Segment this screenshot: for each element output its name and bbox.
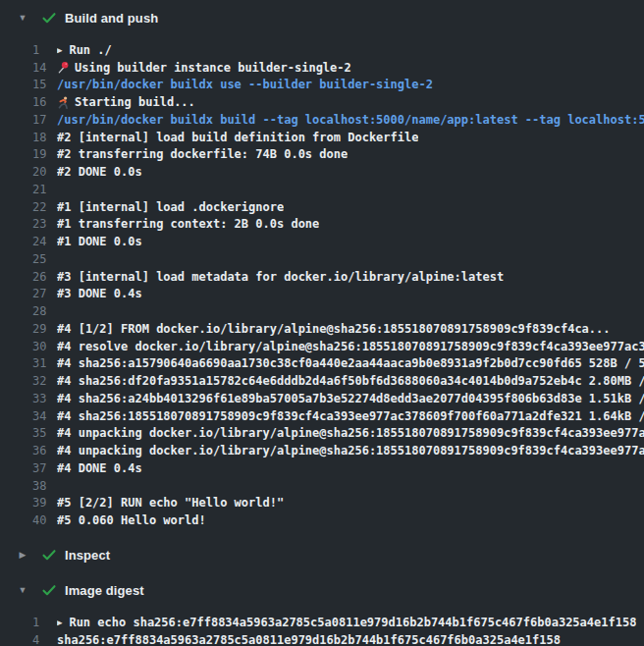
line-number[interactable]: 1 — [0, 616, 57, 629]
line-number[interactable]: 26 — [0, 270, 57, 284]
line-text: #4 sha256:185518070891758909c9f839cf4ca3… — [57, 409, 644, 423]
log-line: 22 #1 [internal] load .dockerignore — [0, 198, 644, 216]
chevron-right-icon[interactable]: ▶ — [17, 537, 28, 572]
line-text: #2 transferring dockerfile: 74B 0.0s don… — [57, 147, 348, 161]
section-lines: 1 ▶ Run ./ 14 Using builder instance bui… — [0, 35, 644, 537]
log-line: 15 /usr/bin/docker buildx use --builder … — [0, 77, 644, 94]
line-number[interactable]: 36 — [0, 444, 57, 458]
line-number[interactable]: 17 — [0, 113, 57, 127]
section-title: Inspect — [65, 548, 110, 563]
log-line: 37 #4 DONE 0.4s — [0, 459, 644, 477]
line-number[interactable]: 35 — [0, 426, 57, 440]
runner-emoji-icon — [57, 96, 70, 109]
line-text: #1 [internal] load .dockerignore — [57, 200, 284, 214]
line-text: sha256:e7ff8834a5963a2785c5a0811e979d16b… — [57, 633, 561, 646]
line-number[interactable]: 18 — [0, 131, 57, 144]
step-section: ▶ Inspect — [0, 537, 644, 572]
log-line: 19 #2 transferring dockerfile: 74B 0.0s … — [0, 146, 644, 164]
play-expand-icon[interactable]: ▶ — [57, 618, 62, 627]
log-line: 1 ▶ Run echo sha256:e7ff8834a5963a2785c5… — [0, 614, 644, 631]
line-number[interactable]: 30 — [0, 340, 57, 353]
line-text: Run ./ — [69, 43, 111, 57]
step-section: ▼ Image digest 1 ▶ Run echo sha256:e7ff8… — [0, 572, 644, 646]
line-text: #4 sha256:df20fa9351a15782c64e6dddb2d4a6… — [57, 374, 644, 388]
chevron-down-icon[interactable]: ▼ — [17, 0, 28, 35]
line-text: Using builder instance builder-single-2 — [75, 61, 351, 75]
line-number[interactable]: 21 — [0, 183, 57, 196]
log-line: 35 #4 unpacking docker.io/library/alpine… — [0, 425, 644, 443]
line-number[interactable]: 33 — [0, 392, 57, 405]
section-header-inspect[interactable]: ▶ Inspect — [0, 537, 644, 572]
line-number[interactable]: 22 — [0, 200, 57, 214]
log-line: 36 #4 unpacking docker.io/library/alpine… — [0, 442, 644, 459]
log-line: 20 #2 DONE 0.0s — [0, 163, 644, 181]
log-line: 14 Using builder instance builder-single… — [0, 59, 644, 77]
line-text: #2 [internal] load build definition from… — [57, 131, 418, 144]
line-number[interactable]: 40 — [0, 513, 57, 527]
success-check-icon — [41, 582, 57, 598]
line-text: Starting build... — [75, 95, 195, 109]
log-viewer: ▼ Build and push 1 ▶ Run ./ 14 Using bui… — [0, 0, 644, 646]
line-text: /usr/bin/docker buildx use --builder bui… — [57, 78, 433, 91]
section-header-build-and-push[interactable]: ▼ Build and push — [0, 0, 644, 35]
line-number[interactable]: 37 — [0, 461, 57, 475]
line-text: #1 transferring context: 2B 0.0s done — [57, 217, 319, 231]
line-number[interactable]: 32 — [0, 374, 57, 388]
line-number[interactable]: 28 — [0, 304, 57, 318]
line-number[interactable]: 23 — [0, 217, 57, 231]
line-text: #4 sha256:a24bb4013296f61e89ba57005a7b3e… — [57, 392, 644, 405]
log-line: 31 #4 sha256:a15790640a6690aa1730c38cf0a… — [0, 355, 644, 373]
line-text: #3 DONE 0.4s — [57, 287, 142, 300]
line-number[interactable]: 24 — [0, 235, 57, 248]
log-line: 17 /usr/bin/docker buildx build --tag lo… — [0, 111, 644, 129]
line-number[interactable]: 19 — [0, 147, 57, 161]
section-title: Image digest — [65, 583, 144, 598]
line-number[interactable]: 14 — [0, 61, 57, 75]
section-header-image-digest[interactable]: ▼ Image digest — [0, 572, 644, 608]
log-line: 28 — [0, 302, 644, 320]
line-text: #2 DONE 0.0s — [57, 165, 142, 179]
line-number[interactable]: 38 — [0, 479, 57, 493]
log-line: 25 — [0, 250, 644, 268]
log-line: 30 #4 resolve docker.io/library/alpine@s… — [0, 338, 644, 355]
chevron-down-icon[interactable]: ▼ — [17, 572, 28, 608]
line-text: Run echo sha256:e7ff8834a5963a2785c5a081… — [69, 616, 636, 629]
line-number[interactable]: 15 — [0, 78, 57, 91]
line-text: #4 resolve docker.io/library/alpine@sha2… — [57, 340, 644, 353]
line-text: #3 [internal] load metadata for docker.i… — [57, 270, 504, 284]
pushpin-emoji-icon — [57, 61, 70, 74]
success-check-icon — [41, 10, 57, 26]
line-number[interactable]: 27 — [0, 287, 57, 300]
section-lines: 1 ▶ Run echo sha256:e7ff8834a5963a2785c5… — [0, 608, 644, 646]
log-line: 39 #5 [2/2] RUN echo "Hello world!" — [0, 495, 644, 512]
play-expand-icon[interactable]: ▶ — [57, 45, 62, 55]
line-text: #4 sha256:a15790640a6690aa1730c38cf0a440… — [57, 356, 644, 370]
line-text: #4 unpacking docker.io/library/alpine@sh… — [57, 444, 644, 458]
log-line: 32 #4 sha256:df20fa9351a15782c64e6dddb2d… — [0, 372, 644, 390]
log-line: 4 sha256:e7ff8834a5963a2785c5a0811e979d1… — [0, 631, 644, 646]
line-number[interactable]: 25 — [0, 252, 57, 266]
log-line: 34 #4 sha256:185518070891758909c9f839cf4… — [0, 407, 644, 425]
line-text: #4 DONE 0.4s — [57, 461, 142, 475]
line-text: #4 [1/2] FROM docker.io/library/alpine@s… — [57, 322, 611, 336]
log-line: 26 #3 [internal] load metadata for docke… — [0, 268, 644, 286]
line-number[interactable]: 16 — [0, 95, 57, 109]
line-text: #1 DONE 0.0s — [57, 235, 142, 248]
success-check-icon — [41, 547, 57, 563]
step-section: ▼ Build and push 1 ▶ Run ./ 14 Using bui… — [0, 0, 644, 537]
line-number[interactable]: 1 — [0, 43, 57, 57]
line-number[interactable]: 4 — [0, 633, 57, 646]
line-text: #4 unpacking docker.io/library/alpine@sh… — [57, 426, 644, 440]
line-number[interactable]: 29 — [0, 322, 57, 336]
line-number[interactable]: 31 — [0, 356, 57, 370]
line-number[interactable]: 20 — [0, 165, 57, 179]
log-line: 24 #1 DONE 0.0s — [0, 233, 644, 250]
line-number[interactable]: 34 — [0, 409, 57, 423]
log-line: 16 Starting build... — [0, 93, 644, 111]
section-title: Build and push — [65, 11, 158, 26]
log-line: 29 #4 [1/2] FROM docker.io/library/alpin… — [0, 320, 644, 338]
line-text: #5 0.060 Hello world! — [57, 513, 206, 527]
line-text: /usr/bin/docker buildx build --tag local… — [57, 113, 644, 127]
line-number[interactable]: 39 — [0, 496, 57, 510]
log-line: 1 ▶ Run ./ — [0, 41, 644, 59]
